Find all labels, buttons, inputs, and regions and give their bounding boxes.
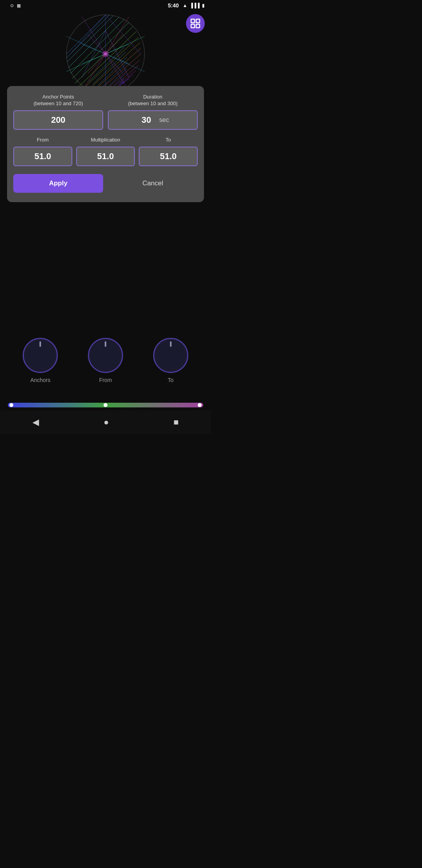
svg-rect-1 [196,19,200,23]
svg-point-44 [104,52,107,56]
modal-buttons: Apply Cancel [13,174,198,193]
anchor-points-input[interactable] [13,110,103,130]
svg-rect-0 [191,19,195,23]
apply-button[interactable]: Apply [13,174,103,193]
duration-unit-label: sec [159,117,169,124]
notification-icon: ⊙ [10,3,14,8]
from-label: From [37,137,48,143]
from-knob-indicator [105,341,106,347]
nav-back-button[interactable]: ◀ [25,413,47,431]
to-group: To [139,137,198,166]
from-knob-label: From [99,377,112,383]
multiplication-label: Multiplication [91,137,120,143]
anchors-knob-group: Anchors [23,338,58,383]
svg-rect-3 [196,24,200,28]
from-group: From [13,137,72,166]
anchor-points-label: Anchor Points (between 10 and 720) [34,94,83,107]
gradient-dot-center [104,403,107,407]
expand-button[interactable] [186,14,205,33]
settings-modal: Anchor Points (between 10 and 720) Durat… [7,86,204,202]
duration-input[interactable] [137,115,156,125]
status-time: 5:40 [168,2,179,9]
to-knob-group: To [153,338,188,383]
wifi-icon: ▲ [183,3,188,8]
svg-rect-2 [191,24,195,28]
status-icons: ▲ ▐▐▐ ▮ [183,3,205,8]
nav-recents-button[interactable]: ■ [166,413,186,431]
from-knob[interactable] [88,338,123,373]
modal-top-row: Anchor Points (between 10 and 720) Durat… [13,94,198,130]
anchor-points-group: Anchor Points (between 10 and 720) [13,94,103,130]
multiplication-group: Multiplication [76,137,135,166]
sim-icon: ▦ [17,3,21,8]
anchors-knob[interactable] [23,338,58,373]
svg-line-9 [70,19,124,74]
signal-icon: ▐▐▐ [190,3,200,8]
cancel-button[interactable]: Cancel [108,174,198,193]
duration-group: Duration (between 10 and 300) sec [108,94,198,130]
to-knob-indicator [170,341,172,347]
multiplication-input[interactable] [76,147,135,166]
svg-line-5 [66,15,106,54]
nav-home-button[interactable]: ● [96,413,116,431]
status-bar: ⊙ ▦ 5:40 ▲ ▐▐▐ ▮ [0,0,211,11]
anchors-knob-indicator [39,341,41,347]
svg-line-6 [66,15,109,58]
gradient-dot-left [9,403,13,407]
spiral-svg [59,13,152,95]
duration-label: Duration (between 10 and 300) [128,94,177,107]
modal-bottom-row: From Multiplication To [13,137,198,166]
anchors-knob-label: Anchors [30,377,50,383]
to-input[interactable] [139,147,198,166]
to-label: To [166,137,171,143]
from-knob-group: From [88,338,123,383]
gradient-bar[interactable] [8,403,203,407]
visualization-area [0,11,211,97]
to-knob[interactable] [153,338,188,373]
to-knob-label: To [168,377,173,383]
svg-line-38 [82,30,106,77]
from-input[interactable] [13,147,72,166]
gradient-dot-right [198,403,202,407]
svg-line-37 [106,30,129,77]
battery-icon: ▮ [202,3,205,8]
status-bar-left: ⊙ ▦ [6,3,21,8]
nav-bar: ◀ ● ■ [0,411,211,434]
expand-icon [190,18,200,29]
svg-line-12 [78,32,136,87]
duration-input-wrapper: sec [108,110,198,130]
spiral-canvas [59,13,152,95]
svg-line-8 [68,17,119,68]
bottom-controls: Anchors From To [0,338,211,383]
